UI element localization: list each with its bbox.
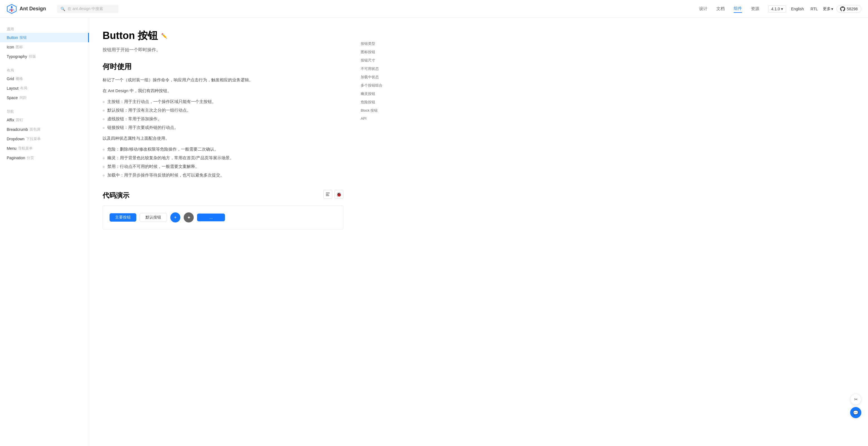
code-demo-toolbar: 🐞 — [323, 190, 343, 199]
edit-icon[interactable]: ✏️ — [161, 33, 167, 39]
demo-circle-button-2[interactable]: ✦ — [184, 212, 194, 222]
svg-rect-7 — [326, 196, 329, 196]
list-item: 主按钮：用于主行动点，一个操作区域只能有一个主按钮。 — [102, 98, 343, 105]
sidebar-item-dropdown[interactable]: Dropdown 下拉菜单 — [0, 134, 89, 144]
svg-rect-5 — [326, 193, 330, 193]
toc-item-button-type[interactable]: 按钮类型 — [357, 40, 406, 47]
float-buttons: ✂ 💬 — [850, 394, 861, 418]
list-item: 幽灵：用于背景色比较复杂的地方，常用在首页/产品页等展示场景。 — [102, 154, 343, 162]
sidebar-item-icon[interactable]: Icon 图标 — [0, 42, 89, 52]
list-item: 加载中：用于异步操作等待反馈的时候，也可以避免多次提交。 — [102, 171, 343, 179]
svg-marker-1 — [10, 5, 12, 8]
demo-circle-button-1[interactable]: + — [170, 212, 180, 222]
toc-item-multiple[interactable]: 多个按钮组合 — [357, 82, 406, 89]
toc-item-ghost[interactable]: 幽灵按钮 — [357, 90, 406, 97]
sidebar-section-title-general: 通用 — [0, 25, 89, 33]
demo-preview: 主要按钮 默认按钮 + ✦ ... — [102, 205, 343, 230]
sidebar-item-layout[interactable]: Layout 布局 — [0, 83, 89, 93]
list-item: 危险：删除/移动/修改权限等危险操作，一般需要二次确认。 — [102, 145, 343, 153]
main-content: Button 按钮 ✏️ 按钮用于开始一个即时操作。 何时使用 标记了一个（或封… — [89, 18, 357, 446]
bullet-list-1: 主按钮：用于主行动点，一个操作区域只能有一个主按钮。 默认按钮：用于没有主次之分… — [102, 98, 343, 131]
search-bar[interactable]: 🔍 在 ant.design 中搜索 — [57, 5, 119, 13]
github-button[interactable]: 58298 — [837, 5, 861, 13]
nav-components[interactable]: 组件 — [734, 5, 742, 13]
github-stars: 58298 — [847, 7, 858, 11]
code-demo-title: 代码演示 — [102, 191, 129, 200]
list-item: 链接按钮：用于次要或外链的行动点。 — [102, 124, 343, 131]
main-nav: 设计 文档 组件 资源 — [699, 5, 759, 13]
subtitle: 按钮用于开始一个即时操作。 — [102, 47, 343, 53]
when-to-use-title: 何时使用 — [102, 62, 343, 72]
header: Ant Design 🔍 在 ant.design 中搜索 设计 文档 组件 资… — [0, 0, 868, 18]
svg-rect-6 — [326, 194, 329, 195]
right-toc: 按钮类型 图标按钮 按钮尺寸 不可用状态 加载中状态 多个按钮组合 幽灵按钮 危… — [357, 18, 412, 446]
list-item: 默认按钮：用于没有主次之分的一组行动点。 — [102, 106, 343, 114]
logo[interactable]: Ant Design — [7, 4, 46, 14]
sidebar-section-title-nav: 导航 — [0, 107, 89, 115]
sidebar-item-typography[interactable]: Typography 排版 — [0, 52, 89, 61]
toc-item-loading[interactable]: 加载中状态 — [357, 73, 406, 81]
toc-item-block[interactable]: Block 按钮 — [357, 107, 406, 114]
demo-default-button[interactable]: 默认按钮 — [140, 213, 167, 222]
bug-icon[interactable]: 🐞 — [335, 190, 343, 199]
version-selector[interactable]: 4.1.0 ▾ — [768, 5, 786, 12]
language-button[interactable]: English — [789, 6, 806, 12]
chevron-down-icon: ▾ — [781, 7, 783, 11]
sidebar-item-affix[interactable]: Affix 固钉 — [0, 115, 89, 125]
sidebar-item-breadcrumb[interactable]: Breadcrumb 面包屑 — [0, 125, 89, 134]
sidebar-section-general: 通用 Button 按钮 Icon 图标 Typography 排版 — [0, 25, 89, 61]
rtl-button[interactable]: RTL — [809, 6, 819, 12]
float-scissors-button[interactable]: ✂ — [850, 394, 861, 405]
toc-item-button-size[interactable]: 按钮尺寸 — [357, 57, 406, 64]
demo-another-button[interactable]: ... — [197, 213, 225, 221]
sidebar-item-grid[interactable]: Grid 栅格 — [0, 74, 89, 83]
github-icon — [840, 6, 845, 11]
sidebar-item-space[interactable]: Space 间距 — [0, 93, 89, 102]
nav-design[interactable]: 设计 — [699, 5, 708, 12]
description-1: 标记了一个（或封装一组）操作命令，响应用户点击行为，触发相应的业务逻辑。 — [102, 76, 343, 83]
page-title-area: Button 按钮 ✏️ — [102, 29, 343, 43]
sidebar-item-pagination[interactable]: Pagination 分页 — [0, 153, 89, 163]
sidebar: 通用 Button 按钮 Icon 图标 Typography 排版 布局 Gr… — [0, 18, 89, 446]
toc-item-icon-button[interactable]: 图标按钮 — [357, 48, 406, 56]
search-icon: 🔍 — [61, 7, 65, 11]
logo-text: Ant Design — [20, 6, 46, 12]
more-button[interactable]: 更多 ▾ — [823, 6, 833, 11]
page-layout: 通用 Button 按钮 Icon 图标 Typography 排版 布局 Gr… — [0, 18, 868, 446]
toc-item-disabled[interactable]: 不可用状态 — [357, 65, 406, 72]
more-chevron-icon: ▾ — [831, 7, 833, 11]
description-3: 以及四种状态属性与上面配合使用。 — [102, 134, 343, 142]
sidebar-section-layout: 布局 Grid 栅格 Layout 布局 Space 间距 — [0, 66, 89, 102]
code-expand-icon[interactable] — [323, 190, 332, 199]
demo-primary-button[interactable]: 主要按钮 — [110, 213, 136, 221]
sidebar-item-button[interactable]: Button 按钮 — [0, 33, 89, 42]
sidebar-section-nav: 导航 Affix 固钉 Breadcrumb 面包屑 Dropdown 下拉菜单… — [0, 107, 89, 163]
page-title: Button 按钮 — [102, 29, 158, 43]
sidebar-item-menu[interactable]: Menu 导航菜单 — [0, 144, 89, 153]
float-chat-button[interactable]: 💬 — [850, 407, 861, 418]
toc-item-api[interactable]: API — [357, 115, 406, 122]
list-item: 虚线按钮：常用于添加操作。 — [102, 115, 343, 123]
header-controls: 4.1.0 ▾ English RTL 更多 ▾ 58298 — [768, 5, 861, 13]
list-item: 禁用：行动点不可用的时候，一般需要文案解释。 — [102, 163, 343, 170]
nav-resources[interactable]: 资源 — [751, 5, 759, 12]
bullet-list-2: 危险：删除/移动/修改权限等危险操作，一般需要二次确认。 幽灵：用于背景色比较复… — [102, 145, 343, 179]
toc-item-danger[interactable]: 危险按钮 — [357, 99, 406, 106]
sidebar-section-title-layout: 布局 — [0, 66, 89, 74]
description-2: 在 Ant Design 中，我们有四种按钮。 — [102, 87, 343, 94]
nav-docs[interactable]: 文档 — [716, 5, 725, 12]
search-placeholder: 在 ant.design 中搜索 — [67, 6, 103, 11]
